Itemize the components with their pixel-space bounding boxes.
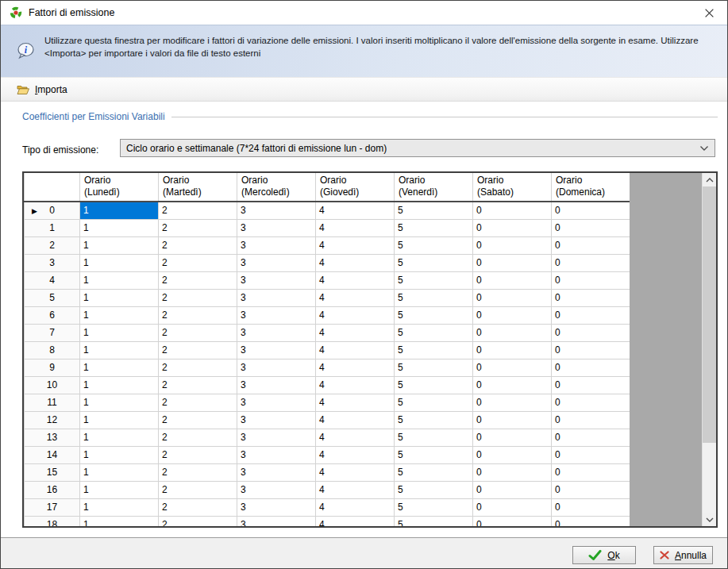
close-button[interactable] [697,3,721,22]
grid-cell[interactable]: 0 [552,359,630,376]
grid-cell[interactable]: 2 [159,446,237,463]
grid-cell[interactable]: 1 [80,463,159,481]
grid-row-header[interactable]: 14 [25,446,80,463]
grid-column-header[interactable]: Orario(Lunedì) [80,173,159,202]
grid-cell[interactable]: 4 [316,236,395,254]
grid-cell[interactable]: 3 [237,271,316,289]
grid-cell[interactable]: 0 [552,236,630,254]
grid-cell[interactable]: 0 [473,516,552,528]
grid-cell[interactable]: 2 [159,324,237,341]
grid-cell[interactable]: 2 [159,202,237,219]
grid-cell[interactable]: 3 [237,202,316,219]
cancel-button[interactable]: Annulla [653,546,713,564]
grid-cell[interactable]: 0 [552,498,630,516]
grid-cell[interactable]: 0 [473,394,552,411]
grid-cell[interactable]: 4 [316,254,395,271]
scroll-up-button[interactable] [703,173,717,186]
grid-cell[interactable]: 5 [395,202,473,219]
grid-column-header[interactable]: Orario(Giovedì) [316,173,395,202]
grid-row-header[interactable]: 5 [25,289,80,306]
grid-cell[interactable]: 2 [159,481,237,498]
grid-cell[interactable]: 5 [395,463,473,481]
grid-cell[interactable]: 0 [552,254,630,271]
grid-cell[interactable]: 2 [159,376,237,394]
grid-row-header[interactable]: 10 [25,376,80,394]
grid-cell[interactable]: 3 [237,498,316,516]
grid-cell[interactable]: 1 [80,429,159,446]
grid-cell[interactable]: 0 [473,498,552,516]
grid-cell[interactable]: 4 [316,429,395,446]
grid-cell[interactable]: 0 [473,376,552,394]
grid-cell[interactable]: 4 [316,376,395,394]
grid-cell[interactable]: 0 [552,289,630,306]
grid-cell[interactable]: 5 [395,359,473,376]
grid-cell[interactable]: 0 [552,516,630,528]
grid-cell[interactable]: 4 [316,394,395,411]
grid-cell[interactable]: 0 [552,202,630,219]
grid-cell[interactable]: 0 [473,341,552,359]
grid-column-header[interactable]: Orario(Mercoledì) [237,173,316,202]
grid-cell[interactable]: 3 [237,446,316,463]
grid-cell[interactable]: 1 [80,306,159,324]
grid-cell[interactable]: 2 [159,463,237,481]
grid-cell[interactable]: 4 [316,324,395,341]
emission-type-combobox[interactable]: Ciclo orario e settimanale (7*24 fattori… [120,139,715,157]
grid-column-header[interactable]: Orario(Sabato) [473,173,552,202]
grid-cell[interactable]: 2 [159,254,237,271]
grid-row-header[interactable]: 18 [25,516,80,528]
grid-row-header[interactable]: 17 [25,498,80,516]
grid-cell[interactable]: 2 [159,359,237,376]
import-button[interactable]: Importa [10,80,74,99]
grid-cell[interactable]: 3 [237,481,316,498]
grid-column-header[interactable]: Orario(Venerdì) [395,173,473,202]
grid-cell[interactable]: 4 [316,306,395,324]
grid-cell[interactable]: 2 [159,411,237,429]
grid-cell[interactable]: 0 [552,411,630,429]
grid-cell[interactable]: 2 [159,429,237,446]
grid-cell[interactable]: 0 [473,429,552,446]
grid-cell[interactable]: 0 [552,394,630,411]
grid-cell[interactable]: 1 [80,394,159,411]
grid-column-header[interactable]: Orario(Domenica) [552,173,630,202]
grid-cell[interactable]: 3 [237,219,316,236]
grid-cell[interactable]: 5 [395,271,473,289]
grid-row-header[interactable]: 12 [25,411,80,429]
grid-cell[interactable]: 4 [316,289,395,306]
grid-cell[interactable]: 1 [80,254,159,271]
grid-cell[interactable]: 0 [473,202,552,219]
grid-row-header[interactable]: 8 [25,341,80,359]
grid-cell[interactable]: 0 [473,359,552,376]
grid-row-header[interactable]: 2 [25,236,80,254]
grid-cell[interactable]: 0 [473,481,552,498]
grid-cell[interactable]: 1 [80,359,159,376]
grid-cell[interactable]: 2 [159,236,237,254]
grid-cell[interactable]: 1 [80,236,159,254]
grid-cell[interactable]: 1 [80,498,159,516]
grid-cell[interactable]: 3 [237,394,316,411]
grid-cell[interactable]: 0 [473,289,552,306]
grid-cell[interactable]: 4 [316,516,395,528]
grid-row-header[interactable]: 11 [25,394,80,411]
grid-cell[interactable]: 5 [395,481,473,498]
grid-cell[interactable]: 2 [159,219,237,236]
grid-cell[interactable]: 3 [237,359,316,376]
grid-cell[interactable]: 0 [552,324,630,341]
grid-cell[interactable]: 5 [395,516,473,528]
grid-cell[interactable]: 0 [552,481,630,498]
grid-cell[interactable]: 0 [552,429,630,446]
vertical-scrollbar[interactable] [702,173,716,526]
grid-cell[interactable]: 5 [395,254,473,271]
grid-cell[interactable]: 5 [395,341,473,359]
grid-cell[interactable]: 3 [237,236,316,254]
grid-cell[interactable]: 3 [237,411,316,429]
grid-cell[interactable]: 0 [473,463,552,481]
grid-cell[interactable]: 3 [237,324,316,341]
grid-row-header[interactable]: 4 [25,271,80,289]
grid-row-header[interactable]: 3 [25,254,80,271]
grid-cell[interactable]: 4 [316,341,395,359]
grid-cell[interactable]: 1 [80,516,159,528]
grid-cell[interactable]: 2 [159,516,237,528]
grid-cell[interactable]: 2 [159,289,237,306]
grid-cell[interactable]: 1 [80,446,159,463]
grid-cell[interactable]: 4 [316,219,395,236]
